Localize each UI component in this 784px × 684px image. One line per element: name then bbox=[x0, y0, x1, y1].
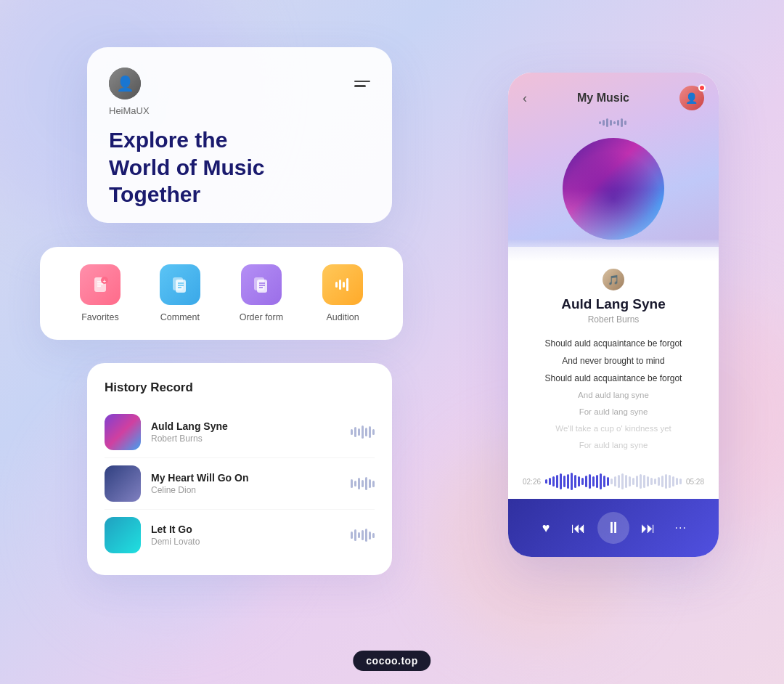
player-header-bg: ‹ My Music 👤 bbox=[508, 73, 719, 247]
audition-icon bbox=[322, 264, 363, 305]
svg-rect-7 bbox=[176, 280, 186, 293]
lyric-line: And auld lang syne bbox=[523, 387, 704, 404]
mini-waveform-3 bbox=[351, 529, 375, 542]
quick-actions-card: + Favorites Comment Order bbox=[40, 247, 403, 340]
headline-line1: Explore the bbox=[109, 128, 227, 152]
track-thumb-1 bbox=[105, 414, 141, 450]
pause-button[interactable]: ⏸ bbox=[597, 512, 629, 544]
track-artist-2: Celine Dion bbox=[151, 485, 340, 495]
player-progress: 02:26 05:28 bbox=[523, 464, 704, 499]
action-audition[interactable]: Audition bbox=[322, 264, 363, 322]
svg-rect-12 bbox=[257, 280, 267, 293]
total-time: 05:28 bbox=[686, 478, 704, 486]
avatar-img: 👤 bbox=[109, 68, 141, 99]
headline-line3: Together bbox=[109, 182, 200, 206]
more-button[interactable]: ··· bbox=[668, 515, 694, 541]
track-info-3: Let It Go Demi Lovato bbox=[151, 524, 340, 547]
comment-icon bbox=[160, 264, 200, 305]
next-button[interactable]: ⏭ bbox=[635, 515, 661, 541]
svg-rect-20 bbox=[599, 121, 601, 124]
svg-rect-19 bbox=[346, 278, 348, 291]
favorites-icon: + bbox=[80, 264, 121, 305]
fade-overlay bbox=[508, 240, 719, 261]
lyrics-container: Should auld acquaintance be forgot And n… bbox=[523, 335, 704, 454]
card-header: 👤 bbox=[109, 68, 370, 99]
lyric-line: Should auld acquaintance be forgot bbox=[523, 370, 704, 387]
menu-button[interactable] bbox=[354, 81, 370, 87]
action-favorites[interactable]: + Favorites bbox=[80, 264, 121, 322]
player-controls: ♥ ⏮ ⏸ ⏭ ··· bbox=[508, 499, 719, 557]
history-title: History Record bbox=[105, 380, 375, 395]
svg-rect-23 bbox=[610, 120, 612, 126]
avatar: 👤 bbox=[109, 68, 141, 99]
track-item[interactable]: Let It Go Demi Lovato bbox=[105, 510, 375, 561]
track-info-1: Auld Lang Syne Robert Burns bbox=[151, 420, 340, 444]
player-body: 🎵 Auld Lang Syne Robert Burns Should aul… bbox=[508, 261, 719, 499]
sound-wave-icon bbox=[523, 116, 704, 132]
svg-rect-22 bbox=[606, 118, 608, 127]
track-name-2: My Heart Will Go On bbox=[151, 472, 340, 484]
current-time: 02:26 bbox=[523, 478, 541, 486]
track-artist-1: Robert Burns bbox=[151, 433, 340, 444]
order-icon bbox=[241, 264, 282, 305]
track-item[interactable]: My Heart Will Go On Celine Dion bbox=[105, 458, 375, 510]
history-card: History Record Auld Lang Syne Robert Bur… bbox=[87, 363, 392, 575]
player-title: My Music bbox=[577, 91, 629, 105]
heart-button[interactable]: ♥ bbox=[533, 515, 559, 541]
left-panel-card: 👤 HeiMaUX Explore the World of Music Tog… bbox=[87, 47, 392, 223]
svg-rect-26 bbox=[621, 118, 623, 127]
track-name-1: Auld Lang Syne bbox=[151, 420, 340, 432]
waveform[interactable] bbox=[545, 471, 682, 492]
player-nav: ‹ My Music 👤 bbox=[523, 86, 704, 110]
lyric-line: And never brought to mind bbox=[523, 352, 704, 370]
favorites-label: Favorites bbox=[81, 312, 118, 322]
player-card: ‹ My Music 👤 🎵 Au bbox=[508, 73, 719, 557]
headline-line2: World of Music bbox=[109, 155, 264, 179]
album-art bbox=[563, 138, 664, 240]
mini-waveform-1 bbox=[351, 426, 375, 439]
track-name-3: Let It Go bbox=[151, 524, 340, 535]
notification-dot bbox=[698, 84, 706, 91]
svg-rect-25 bbox=[617, 120, 619, 126]
lyric-line: We'll take a cup o' kindness yet bbox=[523, 420, 704, 437]
back-button[interactable]: ‹ bbox=[523, 91, 527, 106]
track-item[interactable]: Auld Lang Syne Robert Burns bbox=[105, 407, 375, 458]
watermark: cocoo.top bbox=[353, 651, 430, 671]
mini-waveform-2 bbox=[351, 477, 375, 490]
lyric-line: For auld lang syne bbox=[523, 404, 704, 420]
svg-rect-21 bbox=[603, 120, 605, 126]
track-info-2: My Heart Will Go On Celine Dion bbox=[151, 472, 340, 495]
svg-rect-16 bbox=[335, 282, 338, 288]
svg-text:+: + bbox=[102, 278, 106, 285]
artist-avatar: 🎵 bbox=[603, 269, 624, 290]
order-label: Order form bbox=[240, 312, 283, 322]
track-thumb-3 bbox=[105, 517, 141, 553]
user-avatar[interactable]: 👤 bbox=[679, 86, 704, 110]
svg-rect-24 bbox=[613, 121, 616, 124]
prev-button[interactable]: ⏮ bbox=[565, 515, 592, 541]
song-title: Auld Lang Syne bbox=[523, 296, 704, 312]
song-artist: Robert Burns bbox=[523, 314, 704, 325]
lyric-line: For auld lang syne bbox=[523, 437, 704, 454]
comment-label: Comment bbox=[160, 312, 200, 322]
action-order[interactable]: Order form bbox=[240, 264, 283, 322]
svg-rect-27 bbox=[624, 121, 626, 125]
track-artist-3: Demi Lovato bbox=[151, 537, 340, 547]
username-label: HeiMaUX bbox=[109, 105, 370, 116]
svg-rect-17 bbox=[339, 280, 341, 290]
action-comment[interactable]: Comment bbox=[160, 264, 200, 322]
audition-label: Audition bbox=[326, 312, 359, 322]
album-art-overlay bbox=[563, 189, 664, 240]
svg-rect-18 bbox=[343, 282, 345, 288]
lyric-line: Should auld acquaintance be forgot bbox=[523, 335, 704, 352]
headline: Explore the World of Music Together bbox=[109, 126, 370, 208]
track-thumb-2 bbox=[105, 465, 141, 502]
